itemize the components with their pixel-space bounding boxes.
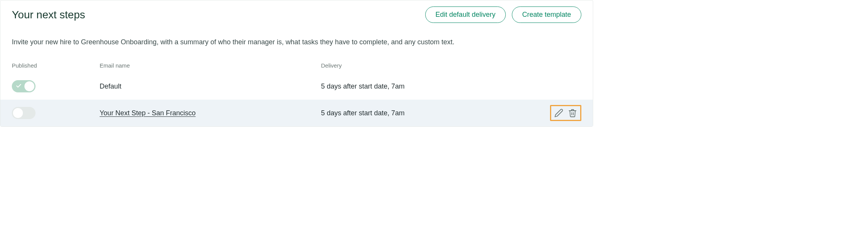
next-steps-panel: Your next steps Edit default delivery Cr… bbox=[0, 0, 593, 127]
delivery-cell: 5 days after start date, 7am bbox=[321, 109, 516, 117]
actions-highlight bbox=[550, 105, 581, 121]
col-published: Published bbox=[12, 62, 100, 69]
check-icon bbox=[16, 83, 22, 91]
email-name-link[interactable]: Your Next Step - San Francisco bbox=[100, 109, 321, 117]
published-cell bbox=[12, 80, 100, 92]
panel-description: Invite your new hire to Greenhouse Onboa… bbox=[0, 23, 593, 58]
toggle-knob bbox=[24, 81, 34, 91]
email-name-cell: Default bbox=[100, 82, 321, 90]
published-toggle[interactable] bbox=[12, 107, 35, 119]
trash-icon[interactable] bbox=[568, 108, 577, 118]
col-email-name: Email name bbox=[100, 62, 321, 69]
published-cell bbox=[12, 107, 100, 119]
page-title: Your next steps bbox=[12, 9, 85, 21]
published-toggle[interactable] bbox=[12, 80, 35, 92]
row-actions bbox=[516, 105, 581, 121]
edit-icon[interactable] bbox=[554, 108, 563, 118]
templates-table: Published Email name Delivery Default 5 … bbox=[0, 58, 593, 126]
toggle-knob bbox=[13, 108, 23, 118]
table-row: Your Next Step - San Francisco 5 days af… bbox=[0, 100, 593, 126]
col-delivery: Delivery bbox=[321, 62, 516, 69]
panel-header: Your next steps Edit default delivery Cr… bbox=[0, 0, 593, 23]
create-template-button[interactable]: Create template bbox=[512, 6, 581, 23]
delivery-cell: 5 days after start date, 7am bbox=[321, 82, 516, 90]
table-header: Published Email name Delivery bbox=[0, 58, 593, 73]
table-row: Default 5 days after start date, 7am bbox=[0, 73, 593, 100]
edit-default-delivery-button[interactable]: Edit default delivery bbox=[425, 6, 506, 23]
header-actions: Edit default delivery Create template bbox=[425, 6, 581, 23]
